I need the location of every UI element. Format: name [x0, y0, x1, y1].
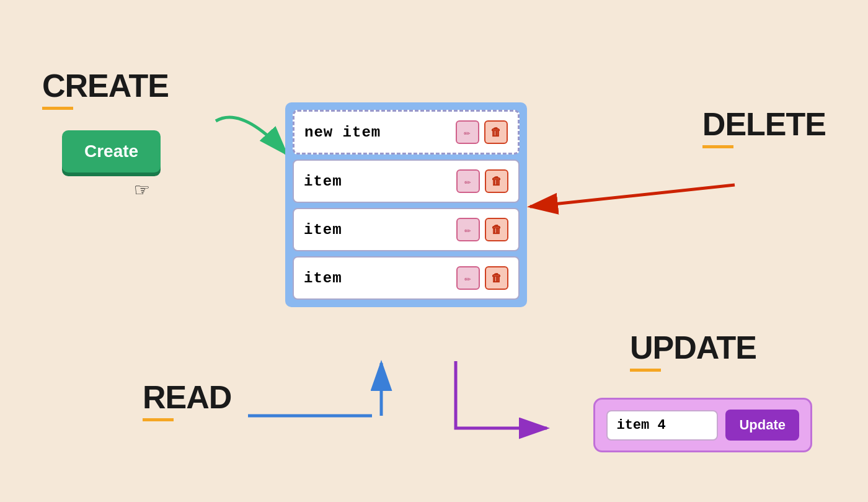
update-input[interactable]	[606, 410, 718, 441]
new-item-row: new item ✏ 🗑	[293, 110, 520, 155]
update-button[interactable]: Update	[725, 410, 799, 441]
delete-icon-2[interactable]: 🗑	[485, 218, 508, 241]
item-3-icons: ✏ 🗑	[456, 266, 508, 290]
item-2-icons: ✏ 🗑	[456, 218, 508, 241]
delete-icon-1[interactable]: 🗑	[485, 169, 508, 193]
new-item-label: new item	[304, 124, 381, 141]
list-container: new item ✏ 🗑 item ✏ 🗑 item ✏ 🗑 item	[285, 102, 527, 307]
item-label-3: item	[304, 270, 342, 287]
item-1-icons: ✏ 🗑	[456, 169, 508, 193]
list-row: item ✏ 🗑	[293, 159, 520, 203]
create-label: CREATE	[42, 67, 169, 110]
list-row: item ✏ 🗑	[293, 208, 520, 251]
new-item-icons: ✏ 🗑	[456, 120, 508, 144]
delete-label: DELETE	[702, 105, 826, 148]
update-label: UPDATE	[630, 329, 756, 372]
item-label-2: item	[304, 222, 342, 238]
list-main: new item ✏ 🗑 item ✏ 🗑 item ✏ 🗑 item	[285, 102, 527, 307]
delete-icon-new[interactable]: 🗑	[484, 120, 508, 144]
delete-icon-3[interactable]: 🗑	[485, 266, 508, 290]
item-label-1: item	[304, 173, 342, 190]
edit-icon-1[interactable]: ✏	[456, 169, 480, 193]
edit-icon-2[interactable]: ✏	[456, 218, 480, 241]
read-label: READ	[143, 379, 231, 421]
edit-icon-new[interactable]: ✏	[456, 120, 479, 144]
cursor-icon: ☞	[135, 177, 149, 204]
create-button[interactable]: Create	[62, 130, 161, 173]
edit-icon-3[interactable]: ✏	[456, 266, 480, 290]
update-box: Update	[593, 398, 812, 452]
list-row: item ✏ 🗑	[293, 256, 520, 300]
